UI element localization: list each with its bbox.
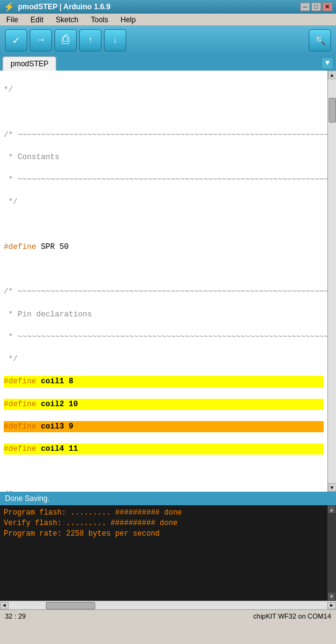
title-bar-left: ⚡ pmodSTEP | Arduino 1.6.9 bbox=[4, 2, 110, 12]
console-area: Program flash: ......... ########## done… bbox=[0, 505, 327, 601]
open-button[interactable]: ↑ bbox=[79, 29, 101, 51]
maximize-button[interactable]: □ bbox=[311, 2, 321, 11]
scroll-thumb[interactable] bbox=[329, 98, 336, 123]
new-button[interactable]: ⎙ bbox=[54, 29, 77, 51]
scroll-left-arrow[interactable]: ◄ bbox=[0, 602, 9, 609]
footer-status: 32 : 29 chipKIT WF32 on COM14 bbox=[0, 609, 336, 622]
scroll-right-arrow[interactable]: ► bbox=[327, 602, 336, 609]
console-line-2: Verify flash: ......... ########## done bbox=[4, 518, 324, 529]
menu-file[interactable]: File bbox=[2, 14, 22, 25]
status-bar: Done Saving. bbox=[0, 492, 336, 505]
editor-content[interactable]: */ /* ~~~~~~~~~~~~~~~~~~~~~~~~~~~~~~~~~~… bbox=[0, 71, 327, 492]
upload-button[interactable]: → bbox=[30, 29, 52, 51]
menu-edit[interactable]: Edit bbox=[27, 14, 47, 25]
minimize-button[interactable]: ─ bbox=[300, 2, 310, 11]
close-button[interactable]: ✕ bbox=[322, 2, 332, 11]
console-line-3: Program rate: 2258 bytes per second bbox=[4, 529, 324, 539]
console-line-1: Program flash: ......... ########## done bbox=[4, 508, 324, 518]
scroll-down-arrow[interactable]: ▼ bbox=[328, 483, 337, 492]
menu-tools[interactable]: Tools bbox=[87, 14, 112, 25]
horizontal-scrollbar[interactable]: ◄ ► bbox=[0, 601, 336, 609]
console-scrollbar[interactable]: ▲ ▼ bbox=[327, 505, 336, 601]
save-button[interactable]: ↓ bbox=[104, 29, 126, 51]
status-message: Done Saving. bbox=[5, 494, 50, 503]
menu-sketch[interactable]: Sketch bbox=[52, 14, 82, 25]
tab-bar: pmodSTEP ▼ bbox=[0, 54, 336, 71]
title-bar: ⚡ pmodSTEP | Arduino 1.6.9 ─ □ ✕ bbox=[0, 0, 336, 14]
scroll-up-arrow[interactable]: ▲ bbox=[328, 71, 337, 79]
menu-help[interactable]: Help bbox=[117, 14, 140, 25]
menu-bar: File Edit Sketch Tools Help bbox=[0, 14, 336, 26]
console-section: Program flash: ......... ########## done… bbox=[0, 505, 336, 609]
horizontal-scroll-thumb[interactable] bbox=[46, 602, 95, 609]
editor-container: */ /* ~~~~~~~~~~~~~~~~~~~~~~~~~~~~~~~~~~… bbox=[0, 71, 336, 492]
toolbar: ✓ → ⎙ ↑ ↓ 🔍 bbox=[0, 26, 336, 54]
serial-monitor-button[interactable]: 🔍 bbox=[309, 29, 331, 51]
cursor-position: 32 : 29 bbox=[5, 612, 26, 620]
console-wrapper: Program flash: ......... ########## done… bbox=[0, 505, 336, 601]
board-info: chipKIT WF32 on COM14 bbox=[253, 612, 331, 620]
vertical-scrollbar[interactable]: ▲ ▼ bbox=[327, 71, 336, 492]
console-scroll-up[interactable]: ▲ bbox=[327, 505, 336, 514]
title-bar-controls: ─ □ ✕ bbox=[300, 2, 332, 11]
tab-dropdown-button[interactable]: ▼ bbox=[321, 57, 334, 69]
tab-pmodstep[interactable]: pmodSTEP bbox=[2, 56, 56, 71]
app-icon: ⚡ bbox=[4, 2, 14, 12]
window-title: pmodSTEP | Arduino 1.6.9 bbox=[18, 2, 110, 11]
console-scroll-down[interactable]: ▼ bbox=[327, 592, 336, 601]
verify-button[interactable]: ✓ bbox=[5, 29, 27, 51]
